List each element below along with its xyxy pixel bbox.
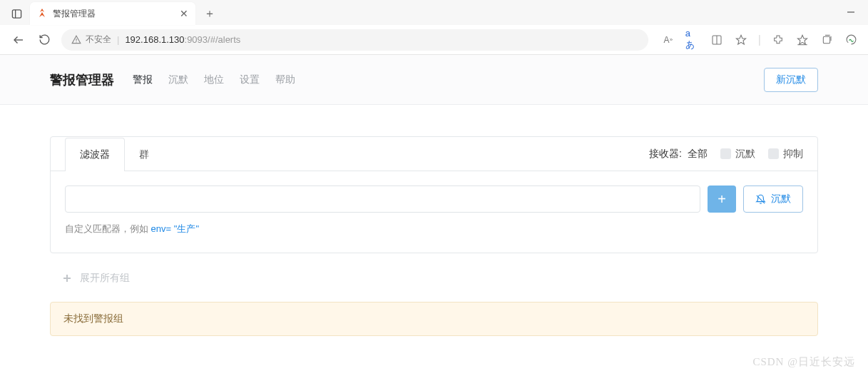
receiver-label: 接收器: — [649, 148, 682, 161]
bell-off-icon — [755, 194, 766, 205]
favorite-icon[interactable] — [734, 33, 748, 47]
silence-button[interactable]: 沉默 — [743, 186, 803, 213]
browser-address-bar: 不安全 | 192.168.1.130:9093/#/alerts A» aあ … — [0, 25, 868, 55]
url-path: :9093/#/alerts — [185, 34, 241, 45]
nav-settings[interactable]: 设置 — [240, 73, 260, 86]
back-button[interactable] — [10, 31, 27, 49]
nav-alerts[interactable]: 警报 — [133, 73, 153, 86]
text-size-icon[interactable]: A» — [661, 33, 675, 47]
reader-icon[interactable] — [710, 33, 724, 47]
favorites-list-icon[interactable] — [795, 33, 810, 47]
tab-group[interactable]: 群 — [125, 138, 163, 171]
translate-icon[interactable]: aあ — [685, 33, 700, 47]
checkbox-inhibited[interactable]: 抑制 — [768, 148, 803, 161]
tab-close-icon[interactable]: ✕ — [180, 8, 188, 19]
window-minimize-icon[interactable] — [847, 6, 855, 19]
browser-tab-active[interactable]: 警报管理器 ✕ — [30, 2, 195, 25]
svg-point-5 — [76, 41, 76, 42]
plus-icon — [63, 274, 71, 283]
url-host: 192.168.1.130 — [125, 34, 184, 45]
extensions-icon[interactable] — [771, 33, 785, 47]
checkbox-silenced[interactable]: 沉默 — [720, 148, 755, 161]
tab-panel-icon[interactable] — [9, 6, 24, 21]
refresh-button[interactable] — [36, 31, 53, 49]
matcher-hint: 自定义匹配器，例如 env= "生产" — [65, 223, 803, 235]
tab-title: 警报管理器 — [53, 8, 174, 20]
svg-rect-0 — [12, 9, 21, 17]
filter-card: 滤波器 群 接收器: 全部 沉默 抑制 + 沉默 自定义匹配器，例如 env= … — [50, 136, 818, 253]
watermark: CSDN @日近长安远 — [752, 355, 855, 369]
favicon-icon — [37, 9, 47, 19]
app-brand[interactable]: 警报管理器 — [50, 71, 114, 88]
performance-icon[interactable] — [844, 33, 858, 47]
collections-icon[interactable] — [820, 33, 834, 47]
svg-marker-8 — [736, 35, 745, 44]
new-silence-button[interactable]: 新沉默 — [764, 68, 818, 92]
matcher-input[interactable] — [65, 186, 700, 213]
add-matcher-button[interactable]: + — [708, 186, 736, 213]
nav-silences[interactable]: 沉默 — [168, 73, 188, 86]
no-groups-warning: 未找到警报组 — [50, 302, 818, 336]
nav-status[interactable]: 地位 — [204, 73, 224, 86]
security-indicator[interactable]: 不安全 — [71, 34, 111, 46]
receiver-value[interactable]: 全部 — [688, 148, 708, 161]
svg-marker-9 — [797, 35, 807, 44]
browser-titlebar: 警报管理器 ✕ ＋ — [0, 0, 868, 25]
svg-rect-11 — [823, 36, 829, 43]
app-navbar: 警报管理器 警报 沉默 地位 设置 帮助 新沉默 — [0, 55, 868, 105]
nav-help[interactable]: 帮助 — [275, 73, 295, 86]
url-field[interactable]: 不安全 | 192.168.1.130:9093/#/alerts — [61, 29, 648, 51]
nav-links: 警报 沉默 地位 设置 帮助 — [133, 73, 295, 86]
tab-filter[interactable]: 滤波器 — [65, 138, 125, 171]
new-tab-button[interactable]: ＋ — [200, 4, 220, 24]
expand-all-button[interactable]: 展开所有组 — [50, 269, 818, 288]
